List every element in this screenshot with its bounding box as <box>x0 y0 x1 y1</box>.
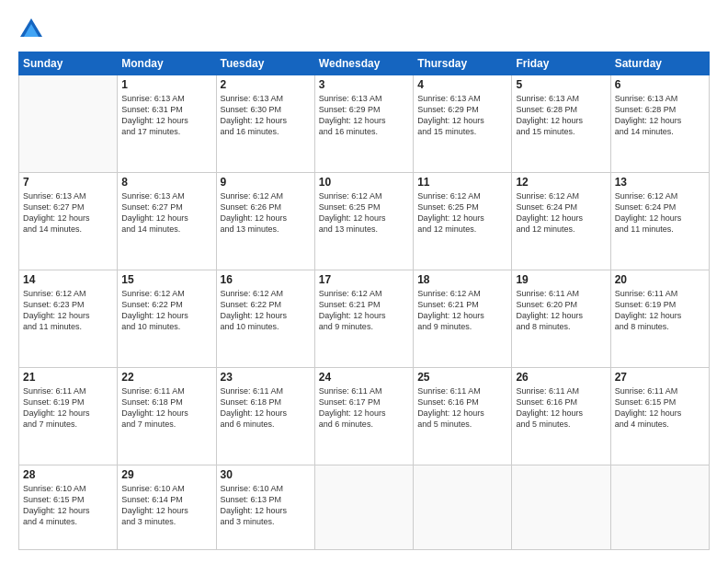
calendar-cell: 23Sunrise: 6:11 AM Sunset: 6:18 PM Dayli… <box>216 367 314 465</box>
day-number: 8 <box>121 176 211 189</box>
day-number: 3 <box>319 78 409 91</box>
day-number: 1 <box>121 78 211 91</box>
page: SundayMondayTuesdayWednesdayThursdayFrid… <box>0 0 728 563</box>
day-number: 7 <box>23 176 113 189</box>
week-row-3: 14Sunrise: 6:12 AM Sunset: 6:23 PM Dayli… <box>19 270 710 367</box>
day-info: Sunrise: 6:12 AM Sunset: 6:22 PM Dayligh… <box>121 288 211 333</box>
weekday-header-thursday: Thursday <box>414 52 512 75</box>
calendar-cell: 7Sunrise: 6:13 AM Sunset: 6:27 PM Daylig… <box>19 172 118 270</box>
day-number: 13 <box>615 176 705 189</box>
calendar-cell: 27Sunrise: 6:11 AM Sunset: 6:15 PM Dayli… <box>610 367 709 465</box>
day-number: 16 <box>221 273 311 286</box>
calendar-cell: 3Sunrise: 6:13 AM Sunset: 6:29 PM Daylig… <box>314 75 413 173</box>
calendar-cell: 8Sunrise: 6:13 AM Sunset: 6:27 PM Daylig… <box>118 172 216 270</box>
calendar-cell: 2Sunrise: 6:13 AM Sunset: 6:30 PM Daylig… <box>216 75 314 173</box>
day-info: Sunrise: 6:13 AM Sunset: 6:30 PM Dayligh… <box>221 93 311 138</box>
day-info: Sunrise: 6:11 AM Sunset: 6:16 PM Dayligh… <box>417 385 507 431</box>
calendar-cell: 21Sunrise: 6:11 AM Sunset: 6:19 PM Dayli… <box>19 367 118 465</box>
weekday-header-friday: Friday <box>512 52 610 75</box>
day-number: 22 <box>121 371 211 384</box>
calendar-cell: 22Sunrise: 6:11 AM Sunset: 6:18 PM Dayli… <box>118 367 216 465</box>
day-info: Sunrise: 6:11 AM Sunset: 6:19 PM Dayligh… <box>23 385 113 431</box>
calendar-cell: 12Sunrise: 6:12 AM Sunset: 6:24 PM Dayli… <box>512 172 610 270</box>
header <box>18 17 710 42</box>
day-info: Sunrise: 6:11 AM Sunset: 6:18 PM Dayligh… <box>121 385 211 431</box>
calendar-cell <box>512 465 610 549</box>
day-number: 26 <box>516 371 606 384</box>
weekday-header-saturday: Saturday <box>610 52 709 75</box>
day-number: 11 <box>417 176 507 189</box>
weekday-header-monday: Monday <box>118 52 216 75</box>
calendar-cell: 25Sunrise: 6:11 AM Sunset: 6:16 PM Dayli… <box>414 367 512 465</box>
day-info: Sunrise: 6:12 AM Sunset: 6:26 PM Dayligh… <box>221 190 311 236</box>
day-number: 10 <box>319 176 409 189</box>
day-number: 2 <box>221 78 311 91</box>
day-number: 4 <box>417 78 507 91</box>
day-number: 5 <box>516 78 606 91</box>
day-info: Sunrise: 6:12 AM Sunset: 6:21 PM Dayligh… <box>417 288 507 333</box>
calendar-cell: 6Sunrise: 6:13 AM Sunset: 6:28 PM Daylig… <box>610 75 709 173</box>
weekday-header-tuesday: Tuesday <box>216 52 314 75</box>
day-number: 24 <box>319 371 409 384</box>
calendar-cell <box>19 75 118 173</box>
day-info: Sunrise: 6:12 AM Sunset: 6:24 PM Dayligh… <box>615 190 705 236</box>
day-info: Sunrise: 6:10 AM Sunset: 6:14 PM Dayligh… <box>121 483 211 528</box>
day-info: Sunrise: 6:13 AM Sunset: 6:31 PM Dayligh… <box>121 93 211 138</box>
calendar-cell: 19Sunrise: 6:11 AM Sunset: 6:20 PM Dayli… <box>512 270 610 367</box>
day-number: 17 <box>319 273 409 286</box>
day-info: Sunrise: 6:13 AM Sunset: 6:28 PM Dayligh… <box>615 93 705 138</box>
calendar-cell: 15Sunrise: 6:12 AM Sunset: 6:22 PM Dayli… <box>118 270 216 367</box>
calendar-cell <box>610 465 709 549</box>
day-info: Sunrise: 6:13 AM Sunset: 6:29 PM Dayligh… <box>417 93 507 138</box>
calendar-cell <box>414 465 512 549</box>
week-row-5: 28Sunrise: 6:10 AM Sunset: 6:15 PM Dayli… <box>19 465 710 549</box>
logo <box>18 17 48 42</box>
calendar-cell <box>314 465 413 549</box>
calendar-cell: 29Sunrise: 6:10 AM Sunset: 6:14 PM Dayli… <box>118 465 216 549</box>
day-info: Sunrise: 6:11 AM Sunset: 6:15 PM Dayligh… <box>615 385 705 431</box>
week-row-4: 21Sunrise: 6:11 AM Sunset: 6:19 PM Dayli… <box>19 367 710 465</box>
calendar-cell: 16Sunrise: 6:12 AM Sunset: 6:22 PM Dayli… <box>216 270 314 367</box>
weekday-header-wednesday: Wednesday <box>314 52 413 75</box>
day-number: 20 <box>615 273 705 286</box>
day-number: 14 <box>23 273 113 286</box>
day-info: Sunrise: 6:13 AM Sunset: 6:28 PM Dayligh… <box>516 93 606 138</box>
day-number: 25 <box>417 371 507 384</box>
day-info: Sunrise: 6:12 AM Sunset: 6:25 PM Dayligh… <box>417 190 507 236</box>
day-info: Sunrise: 6:13 AM Sunset: 6:29 PM Dayligh… <box>319 93 409 138</box>
calendar-cell: 14Sunrise: 6:12 AM Sunset: 6:23 PM Dayli… <box>19 270 118 367</box>
day-number: 15 <box>121 273 211 286</box>
calendar-cell: 13Sunrise: 6:12 AM Sunset: 6:24 PM Dayli… <box>610 172 709 270</box>
day-info: Sunrise: 6:11 AM Sunset: 6:17 PM Dayligh… <box>319 385 409 431</box>
day-number: 12 <box>516 176 606 189</box>
calendar-cell: 28Sunrise: 6:10 AM Sunset: 6:15 PM Dayli… <box>19 465 118 549</box>
weekday-header-sunday: Sunday <box>19 52 118 75</box>
day-number: 6 <box>615 78 705 91</box>
day-number: 21 <box>23 371 113 384</box>
day-number: 30 <box>221 468 311 481</box>
day-info: Sunrise: 6:13 AM Sunset: 6:27 PM Dayligh… <box>121 190 211 236</box>
day-number: 9 <box>221 176 311 189</box>
calendar-cell: 10Sunrise: 6:12 AM Sunset: 6:25 PM Dayli… <box>314 172 413 270</box>
calendar-cell: 5Sunrise: 6:13 AM Sunset: 6:28 PM Daylig… <box>512 75 610 173</box>
calendar-cell: 17Sunrise: 6:12 AM Sunset: 6:21 PM Dayli… <box>314 270 413 367</box>
day-info: Sunrise: 6:10 AM Sunset: 6:15 PM Dayligh… <box>23 483 113 528</box>
calendar-cell: 4Sunrise: 6:13 AM Sunset: 6:29 PM Daylig… <box>414 75 512 173</box>
day-number: 27 <box>615 371 705 384</box>
day-number: 18 <box>417 273 507 286</box>
day-info: Sunrise: 6:11 AM Sunset: 6:20 PM Dayligh… <box>516 288 606 333</box>
calendar-cell: 11Sunrise: 6:12 AM Sunset: 6:25 PM Dayli… <box>414 172 512 270</box>
day-info: Sunrise: 6:13 AM Sunset: 6:27 PM Dayligh… <box>23 190 113 236</box>
day-info: Sunrise: 6:12 AM Sunset: 6:22 PM Dayligh… <box>221 288 311 333</box>
day-info: Sunrise: 6:12 AM Sunset: 6:23 PM Dayligh… <box>23 288 113 333</box>
day-number: 28 <box>23 468 113 481</box>
day-number: 29 <box>121 468 211 481</box>
calendar-cell: 1Sunrise: 6:13 AM Sunset: 6:31 PM Daylig… <box>118 75 216 173</box>
calendar-table: SundayMondayTuesdayWednesdayThursdayFrid… <box>18 52 710 550</box>
day-number: 19 <box>516 273 606 286</box>
calendar-cell: 18Sunrise: 6:12 AM Sunset: 6:21 PM Dayli… <box>414 270 512 367</box>
weekday-header-row: SundayMondayTuesdayWednesdayThursdayFrid… <box>19 52 710 75</box>
calendar-cell: 30Sunrise: 6:10 AM Sunset: 6:13 PM Dayli… <box>216 465 314 549</box>
calendar-cell: 9Sunrise: 6:12 AM Sunset: 6:26 PM Daylig… <box>216 172 314 270</box>
day-info: Sunrise: 6:11 AM Sunset: 6:18 PM Dayligh… <box>221 385 311 431</box>
